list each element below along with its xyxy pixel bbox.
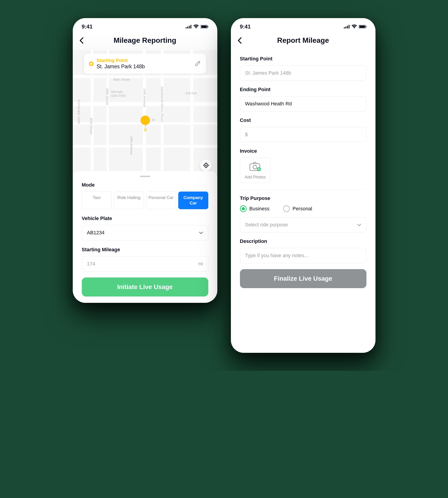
mode-option-company-car[interactable]: Company Car (178, 191, 208, 209)
cellular-icon (344, 23, 350, 30)
wifi-icon (352, 23, 357, 30)
starting-mileage-input[interactable]: 174 mi (82, 256, 208, 272)
starting-point-label: Starting Point (240, 56, 367, 62)
ending-point-label: Ending Point (240, 87, 367, 92)
starting-point-text: Starting Point St. James Park 148b (97, 58, 192, 70)
header: Report Mileage (231, 33, 375, 50)
start-marker-icon (89, 62, 94, 66)
header: Mileage Reporting (73, 33, 217, 50)
mode-segmented-control: Taxi Ride Hailing Personal Car Company C… (82, 191, 208, 209)
map-pin-icon (141, 116, 150, 125)
cost-prefix: $ (245, 132, 248, 137)
ending-point-value: Washwood Heath Rd (245, 101, 292, 107)
drag-handle[interactable] (140, 176, 150, 177)
radio-icon (283, 205, 290, 212)
radio-business[interactable]: Business (240, 205, 270, 212)
svg-rect-5 (201, 26, 207, 28)
svg-rect-15 (347, 26, 348, 29)
divider (240, 189, 367, 189)
add-photos-button[interactable]: Add Photos (240, 158, 271, 183)
pencil-icon[interactable] (195, 60, 201, 68)
svg-point-21 (253, 165, 257, 169)
map-label: 18th Avenue (130, 136, 133, 155)
camera-plus-icon (249, 162, 261, 172)
starting-point-address: St. James Park 148b (97, 64, 192, 70)
radio-label: Business (249, 206, 270, 212)
status-icons (344, 23, 367, 30)
svg-rect-6 (208, 26, 208, 27)
svg-rect-16 (349, 25, 350, 29)
invoice-label: Invoice (240, 148, 367, 154)
vehicle-plate-value: AB1234 (87, 230, 105, 236)
initiate-live-usage-button[interactable]: Initiate Live Usage (82, 277, 208, 296)
phone-mileage-reporting: 9:41 Mileage Reporting 86th Street Nirma… (73, 18, 217, 303)
status-icons (186, 23, 208, 30)
trip-purpose-label: Trip Purpose (240, 195, 367, 201)
map-label: 3rd Ave (186, 91, 197, 95)
mode-option-ride-hailing[interactable]: Ride Hailing (114, 191, 144, 209)
ride-purpose-placeholder: Select ride purpose (245, 222, 288, 228)
map-label: 85th Street (89, 118, 93, 134)
vehicle-plate-select[interactable]: AB1234 (82, 225, 208, 240)
map-label: 88th Street (106, 88, 109, 105)
svg-rect-19 (366, 26, 367, 27)
add-photos-label: Add Photos (245, 175, 266, 180)
mileage-unit: mi (198, 261, 203, 266)
status-time: 9:41 (240, 23, 251, 30)
svg-rect-3 (191, 25, 191, 29)
battery-icon (201, 23, 208, 30)
status-time: 9:41 (82, 23, 93, 30)
locate-button[interactable] (200, 159, 212, 171)
chevron-down-icon (357, 222, 361, 228)
mode-option-personal-car[interactable]: Personal Car (146, 191, 176, 209)
vehicle-plate-label: Vehicle Plate (82, 216, 208, 222)
map[interactable]: 86th Street Nirmala Girls HSS 3rd Ave 19… (73, 50, 217, 177)
cost-label: Cost (240, 117, 367, 123)
mode-option-taxi[interactable]: Taxi (82, 191, 112, 209)
form: Starting Point St. James Park 148b Endin… (231, 56, 375, 294)
crosshair-icon (203, 162, 209, 169)
bottom-sheet: Mode Taxi Ride Hailing Personal Car Comp… (73, 171, 217, 303)
map-label: 86th Street (113, 78, 130, 81)
battery-icon (359, 23, 367, 30)
ride-purpose-select[interactable]: Select ride purpose (240, 217, 367, 233)
back-button[interactable] (80, 37, 84, 44)
phone-report-mileage: 9:41 Report Mileage Starting Point St. J… (231, 18, 375, 353)
starting-mileage-label: Starting Mileage (82, 247, 208, 253)
wifi-icon (193, 23, 199, 30)
starting-point-input[interactable]: St. James Park 148b (240, 65, 367, 81)
description-input[interactable]: Type if you have any notes... (240, 248, 367, 263)
status-bar: 9:41 (231, 18, 375, 33)
cost-input[interactable]: $ (240, 127, 367, 142)
starting-point-placeholder: St. James Park 148b (245, 70, 291, 76)
svg-rect-1 (187, 26, 188, 29)
radio-personal[interactable]: Personal (283, 205, 312, 212)
page-title: Mileage Reporting (80, 36, 210, 45)
map-label: Nirmala Girls HSS (111, 90, 126, 98)
status-bar: 9:41 (73, 18, 217, 33)
svg-rect-13 (344, 27, 345, 29)
ending-point-input[interactable]: Washwood Heath Rd (240, 96, 367, 111)
finalize-live-usage-button[interactable]: Finalize Live Usage (240, 269, 367, 288)
starting-point-card[interactable]: Starting Point St. James Park 148b (84, 54, 206, 74)
trip-purpose-radios: Business Personal (240, 205, 367, 212)
mode-label: Mode (82, 182, 208, 188)
svg-rect-0 (186, 27, 187, 29)
svg-rect-18 (359, 26, 365, 28)
map-label: St (152, 118, 155, 122)
svg-point-8 (205, 165, 207, 166)
svg-rect-2 (189, 26, 190, 29)
map-label: 19th Avenue (143, 88, 147, 107)
page-title: Report Mileage (238, 36, 369, 45)
back-button[interactable] (238, 37, 242, 44)
map-label: Kumarajar Salai (77, 100, 81, 124)
starting-point-label: Starting Point (97, 58, 192, 63)
radio-label: Personal (293, 206, 312, 212)
chevron-down-icon (199, 230, 203, 236)
starting-mileage-value: 174 (87, 261, 95, 267)
description-label: Description (240, 238, 367, 244)
cellular-icon (186, 23, 192, 30)
svg-rect-14 (345, 26, 346, 29)
radio-icon (240, 205, 247, 212)
description-placeholder: Type if you have any notes... (245, 253, 308, 258)
